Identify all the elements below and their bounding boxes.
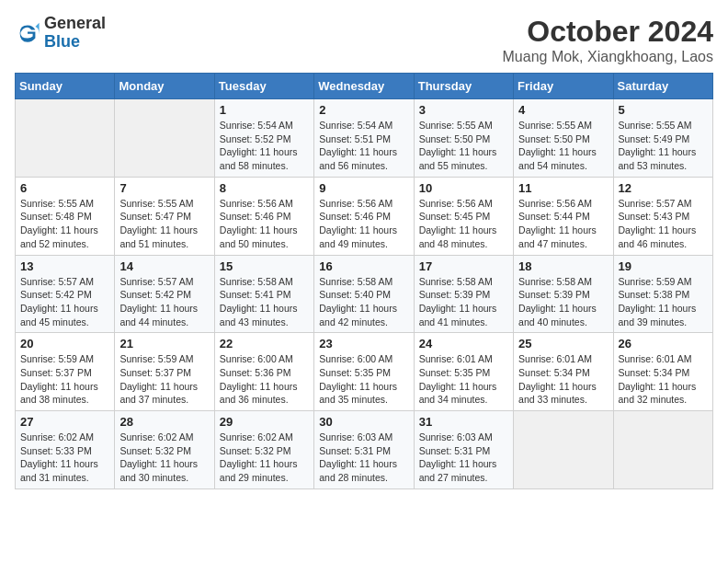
day-number: 11	[518, 181, 608, 195]
day-info: Sunrise: 6:02 AMSunset: 5:32 PMDaylight:…	[220, 431, 309, 485]
calendar-cell: 1Sunrise: 5:54 AMSunset: 5:52 PMDaylight…	[214, 99, 313, 178]
day-info: Sunrise: 6:00 AMSunset: 5:36 PMDaylight:…	[220, 352, 309, 407]
calendar-cell: 3Sunrise: 5:55 AMSunset: 5:50 PMDaylight…	[414, 99, 513, 178]
logo-icon	[15, 20, 40, 46]
calendar-cell: 24Sunrise: 6:01 AMSunset: 5:35 PMDayligh…	[414, 333, 513, 411]
day-number: 22	[220, 337, 309, 350]
calendar-cell: 21Sunrise: 5:59 AMSunset: 5:37 PMDayligh…	[115, 333, 214, 411]
day-info: Sunrise: 5:58 AMSunset: 5:40 PMDaylight:…	[319, 275, 408, 329]
day-info: Sunrise: 5:56 AMSunset: 5:44 PMDaylight:…	[518, 197, 608, 251]
day-info: Sunrise: 6:01 AMSunset: 5:35 PMDaylight:…	[419, 352, 508, 407]
day-number: 28	[119, 415, 209, 429]
page-header: General Blue October 2024 Muang Mok, Xia…	[15, 15, 713, 65]
day-info: Sunrise: 5:54 AMSunset: 5:51 PMDaylight:…	[319, 119, 408, 173]
calendar-week: 13Sunrise: 5:57 AMSunset: 5:42 PMDayligh…	[16, 255, 713, 333]
day-number: 3	[419, 103, 508, 117]
calendar-body: 1Sunrise: 5:54 AMSunset: 5:52 PMDaylight…	[16, 99, 713, 489]
day-info: Sunrise: 6:03 AMSunset: 5:31 PMDaylight:…	[419, 431, 508, 485]
calendar-cell: 25Sunrise: 6:01 AMSunset: 5:34 PMDayligh…	[514, 333, 613, 411]
day-info: Sunrise: 5:55 AMSunset: 5:50 PMDaylight:…	[419, 119, 508, 173]
calendar-cell: 2Sunrise: 5:54 AMSunset: 5:51 PMDaylight…	[314, 99, 414, 178]
day-number: 31	[419, 415, 508, 429]
day-number: 4	[518, 103, 608, 117]
calendar-week: 6Sunrise: 5:55 AMSunset: 5:48 PMDaylight…	[16, 177, 713, 255]
calendar-cell: 16Sunrise: 5:58 AMSunset: 5:40 PMDayligh…	[314, 255, 414, 333]
logo-text: General Blue	[44, 15, 106, 52]
calendar-cell: 18Sunrise: 5:58 AMSunset: 5:39 PMDayligh…	[514, 255, 613, 333]
day-info: Sunrise: 5:55 AMSunset: 5:49 PMDaylight:…	[619, 119, 708, 173]
day-info: Sunrise: 5:58 AMSunset: 5:39 PMDaylight:…	[518, 275, 608, 329]
day-number: 2	[319, 103, 408, 117]
calendar-cell: 11Sunrise: 5:56 AMSunset: 5:44 PMDayligh…	[514, 177, 613, 255]
calendar-cell: 17Sunrise: 5:58 AMSunset: 5:39 PMDayligh…	[414, 255, 513, 333]
day-number: 1	[220, 103, 309, 117]
day-number: 20	[20, 337, 109, 350]
day-number: 18	[518, 259, 608, 273]
day-info: Sunrise: 5:57 AMSunset: 5:42 PMDaylight:…	[20, 275, 109, 329]
day-header: Sunday	[16, 74, 115, 99]
page-title: October 2024	[503, 15, 713, 49]
calendar-cell	[115, 99, 214, 178]
day-number: 12	[619, 181, 708, 195]
day-info: Sunrise: 5:59 AMSunset: 5:37 PMDaylight:…	[20, 352, 109, 407]
calendar-header: SundayMondayTuesdayWednesdayThursdayFrid…	[16, 74, 713, 99]
day-header: Tuesday	[214, 74, 313, 99]
day-number: 30	[319, 415, 408, 429]
day-info: Sunrise: 5:55 AMSunset: 5:48 PMDaylight:…	[20, 197, 109, 251]
day-info: Sunrise: 5:59 AMSunset: 5:37 PMDaylight:…	[119, 352, 209, 407]
calendar-week: 20Sunrise: 5:59 AMSunset: 5:37 PMDayligh…	[16, 333, 713, 411]
calendar-cell: 9Sunrise: 5:56 AMSunset: 5:46 PMDaylight…	[314, 177, 414, 255]
calendar-table: SundayMondayTuesdayWednesdayThursdayFrid…	[15, 73, 713, 489]
day-info: Sunrise: 5:57 AMSunset: 5:43 PMDaylight:…	[619, 197, 708, 251]
calendar-cell: 14Sunrise: 5:57 AMSunset: 5:42 PMDayligh…	[115, 255, 214, 333]
calendar-week: 27Sunrise: 6:02 AMSunset: 5:33 PMDayligh…	[16, 411, 713, 489]
day-info: Sunrise: 5:58 AMSunset: 5:39 PMDaylight:…	[419, 275, 508, 329]
calendar-week: 1Sunrise: 5:54 AMSunset: 5:52 PMDaylight…	[16, 99, 713, 178]
calendar-cell: 10Sunrise: 5:56 AMSunset: 5:45 PMDayligh…	[414, 177, 513, 255]
calendar-cell	[514, 411, 613, 489]
calendar-cell: 13Sunrise: 5:57 AMSunset: 5:42 PMDayligh…	[16, 255, 115, 333]
day-info: Sunrise: 6:01 AMSunset: 5:34 PMDaylight:…	[619, 352, 708, 407]
day-info: Sunrise: 6:00 AMSunset: 5:35 PMDaylight:…	[319, 352, 408, 407]
calendar-cell: 8Sunrise: 5:56 AMSunset: 5:46 PMDaylight…	[214, 177, 313, 255]
calendar-cell: 12Sunrise: 5:57 AMSunset: 5:43 PMDayligh…	[613, 177, 712, 255]
calendar-cell: 26Sunrise: 6:01 AMSunset: 5:34 PMDayligh…	[613, 333, 712, 411]
day-header: Friday	[514, 74, 613, 99]
day-number: 10	[419, 181, 508, 195]
day-info: Sunrise: 6:02 AMSunset: 5:32 PMDaylight:…	[119, 431, 209, 485]
day-number: 26	[619, 337, 708, 350]
day-number: 14	[119, 259, 209, 273]
calendar-cell: 5Sunrise: 5:55 AMSunset: 5:49 PMDaylight…	[613, 99, 712, 178]
calendar-cell: 20Sunrise: 5:59 AMSunset: 5:37 PMDayligh…	[16, 333, 115, 411]
day-info: Sunrise: 5:55 AMSunset: 5:50 PMDaylight:…	[518, 119, 608, 173]
day-number: 13	[20, 259, 109, 273]
calendar-cell: 4Sunrise: 5:55 AMSunset: 5:50 PMDaylight…	[514, 99, 613, 178]
day-number: 15	[220, 259, 309, 273]
calendar-cell	[16, 99, 115, 178]
day-number: 29	[220, 415, 309, 429]
calendar-cell: 31Sunrise: 6:03 AMSunset: 5:31 PMDayligh…	[414, 411, 513, 489]
day-number: 23	[319, 337, 408, 350]
day-info: Sunrise: 6:01 AMSunset: 5:34 PMDaylight:…	[518, 352, 608, 407]
day-header: Wednesday	[314, 74, 414, 99]
logo: General Blue	[15, 15, 106, 52]
calendar-cell: 7Sunrise: 5:55 AMSunset: 5:47 PMDaylight…	[115, 177, 214, 255]
calendar-cell: 27Sunrise: 6:02 AMSunset: 5:33 PMDayligh…	[16, 411, 115, 489]
day-info: Sunrise: 5:54 AMSunset: 5:52 PMDaylight:…	[220, 119, 309, 173]
day-number: 7	[119, 181, 209, 195]
day-number: 24	[419, 337, 508, 350]
day-info: Sunrise: 5:57 AMSunset: 5:42 PMDaylight:…	[119, 275, 209, 329]
title-block: October 2024 Muang Mok, Xiangkhoang, Lao…	[503, 15, 713, 65]
day-info: Sunrise: 5:56 AMSunset: 5:45 PMDaylight:…	[419, 197, 508, 251]
calendar-cell: 6Sunrise: 5:55 AMSunset: 5:48 PMDaylight…	[16, 177, 115, 255]
calendar-cell: 23Sunrise: 6:00 AMSunset: 5:35 PMDayligh…	[314, 333, 414, 411]
day-number: 21	[119, 337, 209, 350]
calendar-cell	[613, 411, 712, 489]
day-info: Sunrise: 5:58 AMSunset: 5:41 PMDaylight:…	[220, 275, 309, 329]
page-subtitle: Muang Mok, Xiangkhoang, Laos	[503, 49, 713, 65]
day-info: Sunrise: 5:59 AMSunset: 5:38 PMDaylight:…	[619, 275, 708, 329]
day-header: Monday	[115, 74, 214, 99]
day-info: Sunrise: 5:55 AMSunset: 5:47 PMDaylight:…	[119, 197, 209, 251]
calendar-cell: 22Sunrise: 6:00 AMSunset: 5:36 PMDayligh…	[214, 333, 313, 411]
calendar-cell: 30Sunrise: 6:03 AMSunset: 5:31 PMDayligh…	[314, 411, 414, 489]
